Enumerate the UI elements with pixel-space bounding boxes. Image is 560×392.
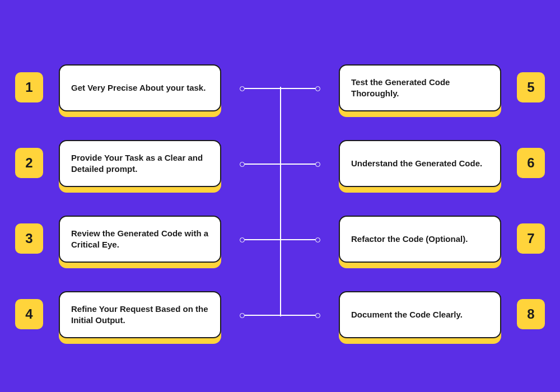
timeline-rung [242,164,318,165]
timeline-spine [280,87,281,316]
step-item: 5 Test the Generated Code Thoroughly. [333,64,524,115]
step-item: 1 Get Very Precise About your task. [36,64,227,115]
step-text: Refactor the Code (Optional). [351,234,468,245]
timeline-rung [242,88,318,89]
step-text: Provide Your Task as a Clear and Detaile… [71,152,209,175]
step-number-badge: 6 [517,148,545,178]
step-number-badge: 3 [15,223,43,254]
step-card: Refactor the Code (Optional). [339,216,501,263]
step-text: Refine Your Request Based on the Initial… [71,304,209,326]
timeline-rung [242,315,318,316]
step-item: 4 Refine Your Request Based on the Initi… [36,291,227,342]
step-number-badge: 5 [517,72,545,102]
step-text: Understand the Generated Code. [351,158,482,169]
step-text: Test the Generated Code Thoroughly. [351,77,489,100]
step-item: 6 Understand the Generated Code. [333,140,524,190]
step-card: Get Very Precise About your task. [59,64,221,111]
step-number-badge: 7 [517,223,545,254]
step-card: Test the Generated Code Thoroughly. [339,64,501,111]
step-number-badge: 2 [15,148,43,178]
step-item: 2 Provide Your Task as a Clear and Detai… [36,140,227,190]
step-card: Understand the Generated Code. [339,140,501,187]
steps-left-column: 1 Get Very Precise About your task. 2 Pr… [36,64,227,342]
step-card: Refine Your Request Based on the Initial… [59,291,221,338]
step-item: 7 Refactor the Code (Optional). [333,216,524,266]
step-card: Document the Code Clearly. [339,291,501,338]
step-text: Get Very Precise About your task. [71,82,206,94]
step-number-badge: 4 [15,299,43,329]
step-card: Provide Your Task as a Clear and Detaile… [59,140,221,187]
step-number-badge: 8 [517,299,545,329]
step-text: Review the Generated Code with a Critica… [71,228,209,251]
step-card: Review the Generated Code with a Critica… [59,216,221,263]
step-item: 3 Review the Generated Code with a Criti… [36,216,227,266]
step-item: 8 Document the Code Clearly. [333,291,524,342]
step-text: Document the Code Clearly. [351,309,463,320]
steps-right-column: 5 Test the Generated Code Thoroughly. 6 … [333,64,524,342]
step-number-badge: 1 [15,72,43,102]
timeline-rung [242,239,318,240]
